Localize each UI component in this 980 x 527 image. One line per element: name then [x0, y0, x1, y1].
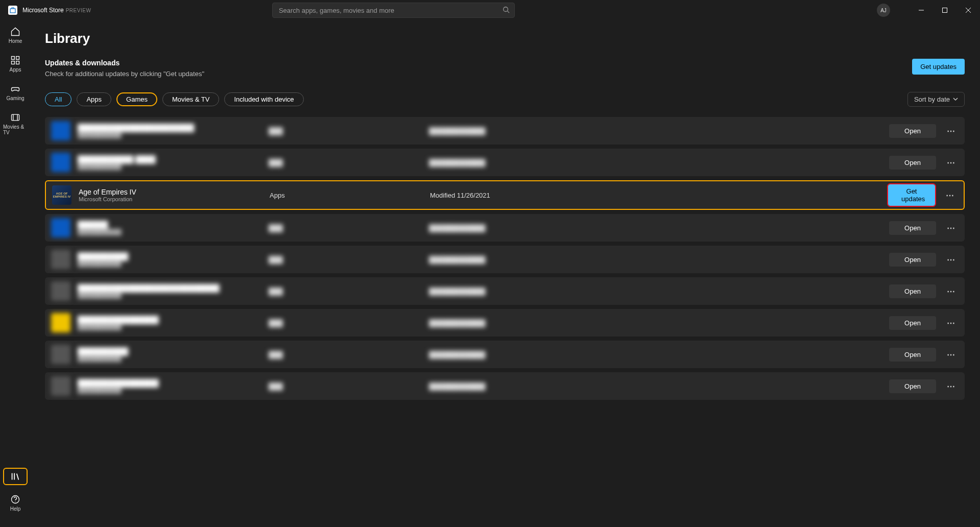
row-get-updates-button[interactable]: Get updates: [888, 184, 935, 206]
app-modified: ████████████: [429, 351, 582, 358]
search-icon[interactable]: [503, 6, 510, 15]
app-name: ██████████: [78, 252, 261, 260]
svg-rect-9: [12, 61, 15, 64]
app-publisher: ███████████: [78, 260, 261, 267]
app-meta: ██████████████████████████████████: [78, 124, 261, 138]
list-item[interactable]: ████████████████████████████████████████…: [45, 309, 965, 337]
app-thumbnail: [51, 376, 70, 396]
svg-line-16: [17, 474, 19, 480]
list-item[interactable]: ████████████████████████████████████████…: [45, 372, 965, 400]
app-name: ████████████████: [78, 379, 261, 387]
more-icon[interactable]: ⋯: [943, 350, 959, 360]
svg-point-18: [15, 501, 16, 502]
filter-included[interactable]: Included with device: [224, 92, 303, 106]
store-icon: [8, 6, 17, 15]
nav-home[interactable]: Home: [3, 25, 28, 46]
nav-movies[interactable]: Movies & TV: [3, 110, 28, 137]
preview-badge: PREVIEW: [66, 8, 91, 13]
app-modified: ████████████: [429, 288, 582, 295]
app-thumbnail: [51, 121, 70, 140]
nav-help[interactable]: Help: [3, 492, 28, 514]
more-icon[interactable]: ⋯: [943, 255, 959, 265]
main-content: Library Updates & downloads Check for ad…: [31, 20, 980, 527]
svg-point-1: [504, 7, 508, 12]
app-publisher: ███████████: [78, 163, 261, 170]
app-name: Microsoft Store: [22, 7, 64, 14]
app-category: ███: [269, 159, 422, 166]
app-thumbnail: [51, 218, 70, 237]
svg-rect-0: [10, 9, 15, 13]
more-icon[interactable]: ⋯: [943, 126, 959, 136]
filter-movies[interactable]: Movies & TV: [162, 92, 219, 106]
get-updates-button[interactable]: Get updates: [912, 59, 965, 75]
filter-apps[interactable]: Apps: [77, 92, 111, 106]
list-item[interactable]: AGE OF EMPIRES IVAge of Empires IVMicros…: [45, 180, 965, 210]
app-category: ███: [269, 351, 422, 358]
titlebar: Microsoft Store PREVIEW AJ: [0, 0, 980, 20]
more-icon[interactable]: ⋯: [943, 381, 959, 391]
list-item[interactable]: ████████████████████████████████████████…: [45, 277, 965, 305]
list-item[interactable]: ████████████████████████████████████Open…: [45, 341, 965, 368]
app-thumbnail: [51, 345, 70, 364]
nav-apps-label: Apps: [10, 67, 21, 73]
app-meta: █████████████████████: [78, 252, 261, 267]
nav-home-label: Home: [9, 38, 22, 44]
app-publisher: ███████████: [78, 324, 261, 330]
sort-dropdown[interactable]: Sort by date: [907, 92, 965, 107]
maximize-button[interactable]: [933, 0, 957, 20]
avatar[interactable]: AJ: [877, 4, 890, 17]
app-category: ███: [269, 127, 422, 135]
close-button[interactable]: [957, 0, 980, 20]
more-icon[interactable]: ⋯: [943, 318, 959, 328]
open-button[interactable]: Open: [889, 348, 936, 362]
more-icon[interactable]: ⋯: [942, 190, 958, 200]
section-title: Updates & downloads: [45, 59, 204, 67]
open-button[interactable]: Open: [889, 221, 936, 235]
app-modified: ████████████: [429, 256, 582, 264]
open-button[interactable]: Open: [889, 124, 936, 138]
sidebar: Home Apps Gaming Movies & TV Help: [0, 20, 31, 527]
nav-gaming[interactable]: Gaming: [3, 82, 28, 103]
minimize-button[interactable]: [910, 0, 933, 20]
app-name: ███████████ ████: [78, 155, 261, 163]
app-name: Age of Empires IV: [79, 188, 262, 196]
app-publisher: Microsoft Corporation: [79, 196, 262, 202]
app-name: ████████████████████████████: [78, 284, 261, 292]
app-modified: ████████████: [429, 127, 582, 135]
app-category: ███: [269, 288, 422, 295]
more-icon[interactable]: ⋯: [943, 223, 959, 233]
app-list: ████████████████████████████████████████…: [45, 117, 965, 400]
open-button[interactable]: Open: [889, 316, 936, 330]
open-button[interactable]: Open: [889, 284, 936, 298]
app-modified: Modified 11/26/2021: [430, 191, 583, 199]
svg-rect-4: [942, 8, 947, 13]
app-thumbnail: [51, 281, 70, 301]
svg-rect-10: [16, 61, 19, 64]
more-icon[interactable]: ⋯: [943, 158, 959, 167]
app-meta: █████████████████: [78, 221, 261, 235]
nav-apps[interactable]: Apps: [3, 53, 28, 75]
app-meta: ███████████ ███████████████: [78, 155, 261, 170]
open-button[interactable]: Open: [889, 156, 936, 170]
filter-games[interactable]: Games: [116, 92, 157, 106]
list-item[interactable]: ███████████ ████████████████████████████…: [45, 149, 965, 176]
app-meta: ███████████████████████████: [78, 379, 261, 393]
search-input[interactable]: [272, 3, 515, 18]
more-icon[interactable]: ⋯: [943, 286, 959, 296]
list-item[interactable]: ████████████████████████████████Open⋯: [45, 214, 965, 242]
list-item[interactable]: ████████████████████████████████████████…: [45, 117, 965, 145]
app-modified: ████████████: [429, 224, 582, 232]
list-item[interactable]: ████████████████████████████████████Open…: [45, 246, 965, 273]
app-meta: Age of Empires IVMicrosoft Corporation: [79, 188, 262, 202]
svg-rect-7: [12, 57, 15, 60]
page-title: Library: [45, 31, 965, 46]
filter-all[interactable]: All: [45, 92, 71, 106]
open-button[interactable]: Open: [889, 379, 936, 393]
app-meta: █████████████████████: [78, 347, 261, 362]
nav-library[interactable]: [3, 468, 28, 485]
app-category: ███: [269, 382, 422, 390]
app-publisher: ███████████: [78, 355, 261, 362]
app-meta: ███████████████████████████: [78, 316, 261, 330]
open-button[interactable]: Open: [889, 253, 936, 267]
nav-help-label: Help: [10, 506, 21, 512]
